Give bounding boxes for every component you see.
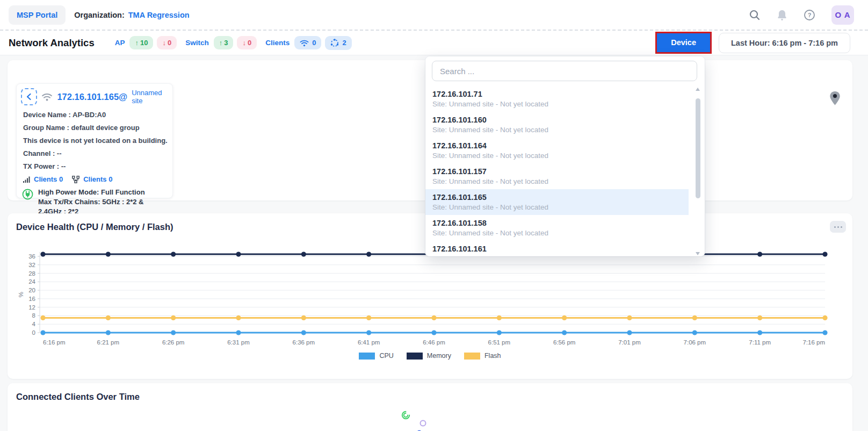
legend-item-cpu[interactable]: CPU bbox=[359, 352, 393, 360]
organization-label: Organization: bbox=[74, 11, 124, 19]
device-button[interactable]: Device bbox=[657, 33, 710, 53]
svg-text:6:56 pm: 6:56 pm bbox=[553, 339, 576, 346]
svg-text:?: ? bbox=[808, 12, 812, 18]
wifi-icon bbox=[300, 39, 309, 47]
switch-up-count: 3 bbox=[224, 39, 228, 47]
trend-up-icon: ↑ bbox=[135, 39, 139, 47]
scroll-up-arrow-icon[interactable] bbox=[696, 88, 700, 91]
organization: Organization:TMA Regression bbox=[74, 11, 189, 19]
device-option-site: Site: Unnamed site - Not yet located bbox=[432, 152, 689, 160]
wired-network-icon bbox=[72, 176, 79, 183]
svg-text:16: 16 bbox=[28, 296, 35, 302]
device-option-ip: 172.16.101.158 bbox=[432, 219, 689, 227]
legend-label: Memory bbox=[427, 352, 451, 360]
connected-clients-title: Connected Clients Over Time bbox=[16, 392, 852, 402]
svg-text:32: 32 bbox=[28, 262, 35, 268]
svg-text:28: 28 bbox=[28, 270, 35, 277]
annotation-highlight-box: Device bbox=[655, 32, 712, 54]
toolbar-right: Device Last Hour: 6:16 pm - 7:16 pm bbox=[655, 32, 850, 54]
connected-clients-panel: Connected Clients Over Time bbox=[8, 383, 852, 431]
device-option[interactable]: 172.16.101.158 Site: Unnamed site - Not … bbox=[425, 215, 689, 241]
svg-text:0: 0 bbox=[32, 329, 35, 336]
legend-label: Flash bbox=[484, 352, 501, 360]
trend-down-icon: ↓ bbox=[162, 39, 166, 47]
clients-wifi-count: 0 bbox=[312, 39, 316, 47]
loading-spinner-orange-icon bbox=[448, 428, 453, 431]
ap-label: AP bbox=[115, 39, 125, 47]
dropdown-scrollbar[interactable] bbox=[696, 87, 700, 255]
organization-name-link[interactable]: TMA Regression bbox=[128, 11, 190, 19]
mesh-network-icon bbox=[330, 39, 339, 47]
msp-portal-button[interactable]: MSP Portal bbox=[9, 5, 66, 25]
time-range-selector[interactable]: Last Hour: 6:16 pm - 7:16 pm bbox=[719, 33, 850, 53]
legend-item-memory[interactable]: Memory bbox=[407, 352, 451, 360]
device-option-ip: 172.16.101.157 bbox=[432, 167, 689, 176]
device-site-link[interactable]: Unnamed site bbox=[132, 89, 168, 105]
device-stats: AP ↑10 ↓0 Switch ↑3 ↓0 Clients 0 2 bbox=[106, 36, 352, 50]
legend-swatch bbox=[359, 353, 375, 360]
svg-text:6:41 pm: 6:41 pm bbox=[358, 339, 380, 346]
legend-label: CPU bbox=[379, 352, 393, 360]
device-option-ip: 172.16.101.165 bbox=[432, 193, 689, 202]
analytics-toolbar: Network Analytics AP ↑10 ↓0 Switch ↑3 ↓0… bbox=[0, 31, 868, 55]
device-option[interactable]: 172.16.101.160 Site: Unnamed site - Not … bbox=[425, 112, 689, 138]
ap-down-count: 0 bbox=[168, 39, 171, 47]
device-option[interactable]: 172.16.101.161 Site: Unnamed site - Not … bbox=[425, 241, 689, 256]
device-option[interactable]: 172.16.101.164 Site: Unnamed site - Not … bbox=[425, 138, 689, 163]
legend-swatch bbox=[407, 353, 423, 360]
device-option[interactable]: 172.16.101.71 Site: Unnamed site - Not y… bbox=[425, 86, 689, 112]
ap-up-badge: ↑10 bbox=[129, 36, 153, 49]
switch-down-badge: ↓0 bbox=[237, 36, 257, 49]
device-option[interactable]: 172.16.101.165 Site: Unnamed site - Not … bbox=[425, 189, 689, 215]
power-plug-icon bbox=[22, 189, 33, 200]
svg-text:7:06 pm: 7:06 pm bbox=[684, 339, 706, 346]
ap-down-badge: ↓0 bbox=[157, 36, 177, 49]
svg-text:6:21 pm: 6:21 pm bbox=[97, 339, 120, 346]
help-icon[interactable]: ? bbox=[804, 9, 815, 21]
wireless-clients-link[interactable]: Clients 0 bbox=[34, 175, 63, 183]
clients-mesh-count: 2 bbox=[342, 39, 346, 47]
loading-spinner-green-icon bbox=[401, 411, 410, 422]
svg-text:6:51 pm: 6:51 pm bbox=[488, 339, 511, 346]
back-button[interactable] bbox=[21, 88, 37, 105]
scroll-down-arrow-icon[interactable] bbox=[696, 252, 700, 255]
trend-up-icon: ↑ bbox=[219, 39, 223, 47]
avatar[interactable]: O A bbox=[831, 5, 854, 25]
device-option-site: Site: Unnamed site - Not yet located bbox=[432, 255, 689, 256]
location-note-line: This device is not yet located on a buil… bbox=[23, 137, 168, 145]
svg-text:12: 12 bbox=[28, 304, 35, 311]
legend-item-flash[interactable]: Flash bbox=[464, 352, 501, 360]
svg-text:4: 4 bbox=[32, 321, 36, 327]
device-option-site: Site: Unnamed site - Not yet located bbox=[432, 177, 689, 185]
device-search-input[interactable] bbox=[432, 61, 697, 81]
svg-text:6:26 pm: 6:26 pm bbox=[162, 339, 185, 346]
location-pin-icon[interactable] bbox=[829, 91, 841, 108]
chart-legend: CPUMemoryFlash bbox=[8, 352, 852, 360]
svg-text:8: 8 bbox=[32, 312, 35, 319]
svg-text:6:46 pm: 6:46 pm bbox=[423, 339, 445, 346]
device-info-card: 172.16.101.165@ Unnamed site Device Name… bbox=[16, 83, 173, 198]
switch-up-badge: ↑3 bbox=[214, 36, 234, 49]
svg-text:20: 20 bbox=[28, 287, 35, 293]
clients-mesh-badge: 2 bbox=[325, 36, 351, 50]
search-icon[interactable] bbox=[749, 9, 761, 21]
device-option-ip: 172.16.101.160 bbox=[432, 116, 689, 124]
device-ip-title: 172.16.101.165@ bbox=[57, 92, 127, 102]
more-options-button[interactable] bbox=[830, 221, 846, 233]
svg-text:6:36 pm: 6:36 pm bbox=[293, 339, 315, 346]
device-option[interactable]: 172.16.101.157 Site: Unnamed site - Not … bbox=[425, 163, 689, 189]
device-option-site: Site: Unnamed site - Not yet located bbox=[432, 229, 689, 237]
tx-power-line: TX Power : -- bbox=[23, 162, 168, 170]
clients-wifi-badge: 0 bbox=[294, 36, 321, 49]
device-option-ip: 172.16.101.161 bbox=[432, 245, 689, 253]
device-option-list: 172.16.101.71 Site: Unnamed site - Not y… bbox=[425, 86, 689, 256]
device-option-site: Site: Unnamed site - Not yet located bbox=[432, 203, 689, 211]
group-name-line: Group Name : default device group bbox=[23, 124, 168, 132]
wifi-device-icon bbox=[41, 92, 53, 102]
device-select-dropdown: 172.16.101.71 Site: Unnamed site - Not y… bbox=[425, 56, 705, 256]
notifications-bell-icon[interactable] bbox=[777, 9, 787, 21]
ap-up-count: 10 bbox=[140, 39, 148, 47]
wired-clients-link[interactable]: Clients 0 bbox=[83, 175, 112, 183]
signal-bars-icon bbox=[23, 176, 30, 183]
scrollbar-thumb[interactable] bbox=[696, 98, 700, 198]
